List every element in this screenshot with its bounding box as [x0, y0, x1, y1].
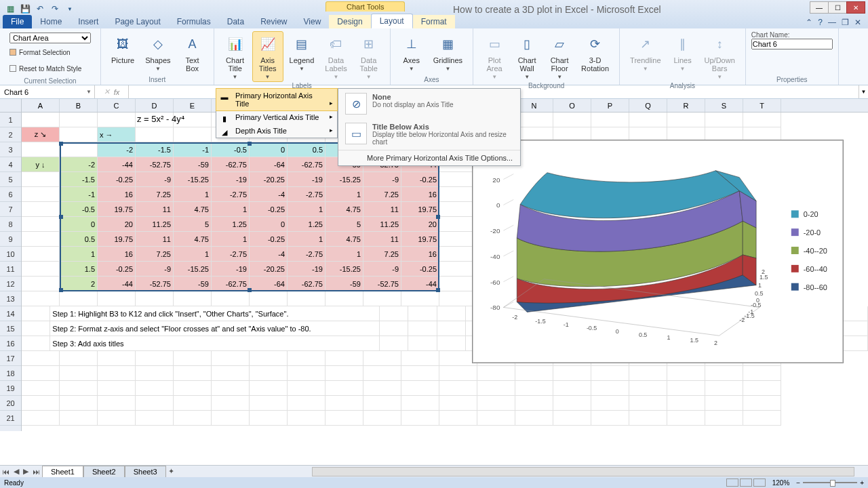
tab-view[interactable]: View: [296, 15, 330, 28]
cell[interactable]: [477, 366, 515, 381]
cell[interactable]: 1: [60, 247, 98, 262]
sheet-nav-next-icon[interactable]: ▶: [21, 467, 31, 476]
col-header[interactable]: Q: [629, 99, 667, 112]
cell[interactable]: [326, 351, 363, 366]
cell[interactable]: 19.75: [98, 232, 136, 247]
row-header[interactable]: 7: [0, 202, 21, 217]
chart-wall-button[interactable]: ▯Chart Wall▼: [511, 31, 542, 82]
cell[interactable]: 0.5: [60, 232, 98, 247]
chart-title-button[interactable]: 📊Chart Title▼: [220, 31, 251, 82]
cell[interactable]: [288, 291, 326, 306]
cell[interactable]: [136, 291, 174, 306]
cell[interactable]: [98, 291, 136, 306]
cell[interactable]: [288, 411, 326, 426]
cell[interactable]: 20: [98, 217, 136, 232]
minimize-button[interactable]: —: [810, 1, 829, 14]
cell[interactable]: 7.25: [363, 247, 401, 262]
cell[interactable]: [439, 381, 477, 396]
cell[interactable]: [591, 113, 629, 127]
cancel-icon[interactable]: ✕: [104, 87, 110, 96]
col-header[interactable]: T: [743, 99, 781, 112]
cell[interactable]: z ↘: [22, 127, 60, 142]
cell[interactable]: [591, 366, 629, 381]
cell[interactable]: [705, 366, 743, 381]
cell[interactable]: -0.5: [212, 142, 250, 157]
cell[interactable]: [136, 127, 174, 142]
reset-style-button[interactable]: Reset to Match Style: [9, 61, 91, 76]
cell[interactable]: [380, 336, 408, 351]
cell[interactable]: [60, 366, 98, 381]
cell[interactable]: -9: [363, 172, 401, 187]
cell[interactable]: 1: [174, 187, 212, 202]
row-header[interactable]: 14: [0, 306, 21, 321]
cell[interactable]: -52.75: [136, 277, 174, 291]
cell[interactable]: -2.75: [212, 247, 250, 262]
cell[interactable]: [60, 291, 98, 306]
cell[interactable]: [477, 381, 515, 396]
cell[interactable]: 16: [401, 187, 439, 202]
cell[interactable]: [515, 381, 553, 396]
cell[interactable]: 11: [136, 232, 174, 247]
cell[interactable]: [553, 113, 591, 127]
text-box-button[interactable]: AText Box: [177, 31, 208, 75]
cell[interactable]: [667, 366, 705, 381]
cell[interactable]: [363, 411, 401, 426]
cell[interactable]: -1: [60, 187, 98, 202]
tab-design[interactable]: Design: [329, 15, 370, 28]
sheet-nav-first-icon[interactable]: ⏮: [0, 468, 12, 476]
row-header[interactable]: 13: [0, 291, 21, 306]
cell[interactable]: [250, 396, 288, 411]
cell[interactable]: -19: [288, 172, 326, 187]
cell[interactable]: [515, 113, 553, 127]
sheet-nav-last-icon[interactable]: ⏭: [31, 468, 42, 476]
axis-titles-button[interactable]: 📈Axis Titles▼: [252, 31, 283, 82]
row-header[interactable]: 3: [0, 142, 21, 157]
cell[interactable]: 19.75: [401, 232, 439, 247]
cell[interactable]: -15.25: [174, 172, 212, 187]
cell[interactable]: [591, 381, 629, 396]
menu-h-axis-title[interactable]: ▬Primary Horizontal Axis Title▸: [216, 88, 338, 111]
cell[interactable]: 4.75: [174, 202, 212, 217]
cell[interactable]: [22, 217, 60, 232]
cell[interactable]: [22, 142, 60, 157]
cell[interactable]: 5: [326, 217, 363, 232]
cell[interactable]: -2.75: [212, 187, 250, 202]
cell[interactable]: [98, 366, 136, 381]
cell[interactable]: [515, 411, 553, 426]
cell[interactable]: [437, 336, 466, 351]
cell[interactable]: 11: [363, 202, 401, 217]
cell[interactable]: [408, 306, 437, 321]
cell[interactable]: [439, 396, 477, 411]
tab-format[interactable]: Format: [413, 15, 455, 28]
help-icon[interactable]: ?: [818, 18, 823, 27]
cell[interactable]: [363, 291, 401, 306]
format-selection-button[interactable]: Format Selection: [9, 45, 91, 60]
cell[interactable]: [380, 321, 408, 336]
row-header[interactable]: 18: [0, 366, 21, 381]
cell[interactable]: [437, 306, 466, 321]
cell[interactable]: [288, 366, 326, 381]
cell[interactable]: [667, 381, 705, 396]
cell[interactable]: [22, 306, 50, 321]
cell[interactable]: -19: [288, 262, 326, 277]
cell[interactable]: [667, 411, 705, 426]
row-header[interactable]: 12: [0, 277, 21, 291]
cell[interactable]: [22, 262, 60, 277]
cell[interactable]: [380, 306, 408, 321]
cell[interactable]: 19.75: [98, 202, 136, 217]
col-header[interactable]: C: [98, 99, 136, 112]
row-header[interactable]: 21: [0, 411, 21, 426]
cell[interactable]: [60, 381, 98, 396]
cell[interactable]: y ↓: [22, 157, 60, 172]
cell[interactable]: [22, 187, 60, 202]
cell[interactable]: [22, 202, 60, 217]
cell[interactable]: [840, 306, 868, 321]
cell[interactable]: [408, 321, 437, 336]
cell[interactable]: [351, 336, 380, 351]
row-header[interactable]: 17: [0, 351, 21, 366]
cell[interactable]: 4.75: [174, 232, 212, 247]
row-header[interactable]: 11: [0, 262, 21, 277]
cell[interactable]: [705, 396, 743, 411]
cell[interactable]: [136, 351, 174, 366]
cell[interactable]: -44: [98, 277, 136, 291]
